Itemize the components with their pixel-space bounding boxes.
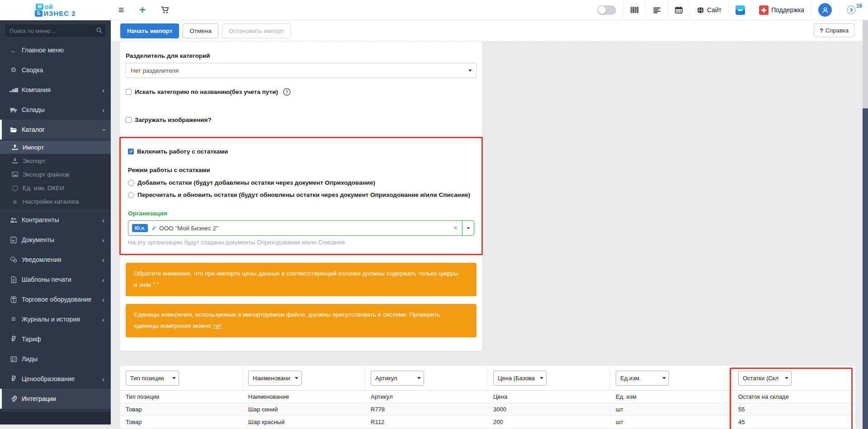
category-separator-select[interactable]: Нет разделителя — [126, 63, 476, 78]
menu-search-input[interactable] — [5, 24, 106, 37]
site-label: Сайт — [707, 6, 722, 14]
sidebar-item-tariff[interactable]: ₽ Тариф — [0, 329, 111, 349]
organization-hint: На эту организацию будут созданы докумен… — [128, 239, 474, 246]
calendar-button[interactable] — [668, 0, 689, 20]
help-button[interactable]: ? Справка — [814, 23, 854, 37]
paperclip-icon — [9, 396, 19, 402]
help-circle-icon[interactable]: ? — [283, 88, 291, 96]
stock-mode-recalc-label: Пересчитать и обновить остатки (будут об… — [137, 191, 470, 198]
chevron-left-icon: ‹ — [102, 236, 104, 244]
page-scrollbar-thumb[interactable] — [863, 108, 868, 429]
sidebar-item-trade-equipment[interactable]: Торговое оборудование ‹ — [0, 289, 111, 309]
chevron-left-icon: ‹ — [102, 296, 104, 303]
category-separator-label: Разделитель для категорий — [126, 52, 476, 59]
column-select-sku[interactable]: Артикул — [371, 371, 424, 386]
chevron-left-icon: ‹ — [102, 86, 104, 94]
cart-icon — [161, 6, 170, 14]
chevron-down-icon: ‹ — [99, 129, 107, 131]
sidebar-item-summary[interactable]: ⚙ Сводка — [0, 60, 111, 80]
chevron-left-icon: ‹ — [102, 106, 104, 114]
sidebar-item-integrations[interactable]: Интеграции — [0, 389, 111, 409]
support-link[interactable]: Поддержка — [752, 0, 811, 20]
stop-import-button[interactable]: Остановить импорт — [222, 23, 291, 38]
column-select-unit[interactable]: Ед.изм. — [616, 371, 669, 386]
sidebar-item-counterparties[interactable]: Контрагенты ‹ — [0, 210, 111, 230]
first-aid-kit-icon — [759, 5, 769, 15]
sidebar-toggle-button[interactable]: ≡ — [111, 0, 132, 20]
legal-entity-badge: Ю.л. — [132, 224, 148, 232]
sidebar-item-okei-units[interactable]: ◯ Ед. изм. ОКЕИ — [0, 181, 111, 195]
main-content: Начать импорт Отмена Остановить импорт ?… — [111, 20, 868, 429]
sidebar-item-company[interactable]: ▂▅▇ Компания ‹ — [0, 80, 111, 100]
sidebar-item-warehouses[interactable]: Склады ‹ — [0, 100, 111, 120]
sidebar: ← Главное меню ⚙ Сводка ▂▅▇ Компания ‹ С… — [0, 20, 111, 424]
app-badge-button[interactable] — [728, 0, 752, 20]
word-doc-icon: w — [9, 237, 19, 243]
app-logo[interactable]: М ой Б ИЗНЕС 2 — [0, 0, 111, 20]
tasks-button[interactable] — [646, 0, 668, 20]
sidebar-item-export-files[interactable]: Экспорт файлов — [0, 168, 111, 181]
column-select-stock[interactable]: Остатки (Скл — [738, 371, 792, 386]
folder-open-icon — [9, 127, 19, 133]
list-lines-icon — [653, 7, 661, 14]
select-caret-icon — [468, 70, 472, 72]
units-warning: Единицы измерения, используемые в импорт… — [126, 304, 476, 337]
stock-mode-add-radio[interactable] — [128, 180, 134, 186]
catalog-submenu: Импорт Экспорт Экспорт файлов ◯ — [0, 140, 111, 210]
clear-icon[interactable]: × — [449, 224, 462, 232]
stock-mode-add-label: Добавить остатки (будут добавлены остатк… — [137, 179, 375, 186]
sidebar-item-export[interactable]: Экспорт — [0, 154, 111, 168]
image-icon — [10, 172, 19, 177]
units-check-link[interactable]: тут — [213, 322, 222, 329]
svg-text:w: w — [11, 238, 15, 242]
column-select-name[interactable]: Наименовани — [248, 371, 302, 386]
download-icon — [10, 158, 19, 164]
table-row: Товар Шар красный R112 200 шт 45 — [120, 416, 855, 429]
stock-mode-recalc-radio[interactable] — [128, 192, 134, 198]
sidebar-item-leads[interactable]: Лиды — [0, 349, 111, 369]
lines-icon: ≡ — [9, 315, 19, 324]
logo-line1: ой — [44, 3, 52, 10]
sidebar-footer — [0, 412, 111, 424]
bar-chart-icon: ▂▅▇ — [9, 88, 19, 92]
stock-settings-highlight: Включить работу с остатками Режим работы… — [119, 137, 483, 255]
history-button[interactable]: 16 — [839, 0, 868, 20]
top-header: М ой Б ИЗНЕС 2 ≡ + — [0, 0, 868, 20]
quick-add-button[interactable]: + — [132, 0, 153, 20]
toggle-knob — [598, 6, 606, 14]
sidebar-item-print-templates[interactable]: Шаблоны печати ‹ — [0, 270, 111, 289]
column-select-price[interactable]: Цена (Базова — [493, 371, 547, 386]
sidebar-item-journals-history[interactable]: ≡ Журналы и история ‹ — [0, 309, 111, 329]
gear-icon: ⚙ — [9, 66, 19, 74]
sidebar-item-catalog[interactable]: Каталог ‹ — [0, 120, 111, 140]
sidebar-item-catalog-settings[interactable]: ≡ Настройки каталога — [0, 195, 111, 208]
circle-icon: ◯ — [10, 185, 19, 191]
sidebar-item-pricing[interactable]: ₽ Ценообразование ‹ — [0, 369, 111, 389]
barcode-button[interactable] — [623, 0, 646, 20]
start-import-button[interactable]: Начать импорт — [120, 23, 179, 38]
site-link[interactable]: Сайт — [689, 0, 728, 20]
sidebar-item-main-menu[interactable]: ← Главное меню — [0, 40, 111, 60]
sidebar-item-import[interactable]: Импорт — [0, 140, 111, 154]
sidebar-item-documents[interactable]: w Документы ‹ — [0, 230, 111, 250]
sidebar-item-notifications[interactable]: Уведомления ‹ — [0, 250, 111, 270]
organization-select[interactable]: Ю.л. ✓ ООО "Мой Бизнес 2" × — [128, 220, 474, 236]
organization-dropdown-button[interactable] — [462, 221, 474, 235]
column-select-type[interactable]: Тип позиции — [126, 371, 179, 386]
load-images-checkbox[interactable] — [126, 117, 132, 123]
search-category-label: Искать категорию по названию(без учета п… — [135, 89, 278, 95]
column-mapping-table: Тип позиции Наименовани Артикул Цена (Ба… — [120, 366, 855, 429]
header-toggle-switch[interactable] — [597, 5, 616, 15]
enable-stock-checkbox[interactable] — [128, 149, 134, 154]
question-icon: ? — [820, 27, 823, 34]
select-caret-icon — [662, 377, 666, 379]
users-icon — [9, 217, 19, 223]
search-category-checkbox[interactable] — [126, 89, 132, 95]
cancel-button[interactable]: Отмена — [183, 23, 218, 38]
cart-button[interactable] — [153, 0, 177, 20]
profile-button[interactable] — [811, 0, 839, 20]
table-header-row: Тип позиции Наименование Артикул Цена Ед… — [120, 390, 855, 403]
organization-value: ООО "Мой Бизнес 2" — [159, 225, 218, 232]
calendar-icon — [675, 6, 683, 14]
support-label: Поддержка — [771, 6, 804, 14]
